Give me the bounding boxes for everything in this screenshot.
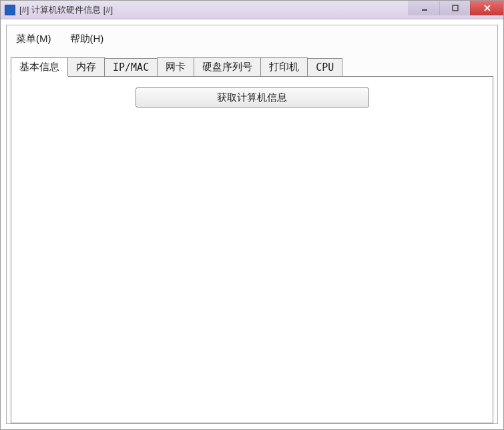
svg-rect-1 [453, 5, 458, 11]
menu-item-menu[interactable]: 菜单(M) [16, 33, 51, 45]
maximize-icon [451, 4, 459, 12]
tab-content-basic: 获取计算机信息 [11, 76, 493, 423]
window-controls [409, 1, 503, 15]
tab-memory[interactable]: 内存 [67, 57, 105, 77]
app-icon [5, 5, 15, 15]
tab-disk-serial[interactable]: 硬盘序列号 [194, 57, 261, 77]
tab-ip-mac[interactable]: IP/MAC [104, 58, 158, 77]
get-computer-info-button[interactable]: 获取计算机信息 [136, 87, 369, 108]
window-title: [#] 计算机软硬件信息 [#] [19, 4, 113, 16]
tab-printer[interactable]: 打印机 [260, 57, 308, 77]
tabs-container: 基本信息 内存 IP/MAC 网卡 硬盘序列号 打印机 CPU 获取计算机信息 [7, 57, 497, 423]
minimize-button[interactable] [409, 1, 439, 15]
menu-item-help[interactable]: 帮助(H) [70, 33, 104, 45]
tab-cpu[interactable]: CPU [307, 58, 342, 77]
tab-basic-info[interactable]: 基本信息 [11, 57, 68, 77]
svg-rect-0 [422, 9, 427, 11]
minimize-icon [421, 4, 429, 12]
app-window: [#] 计算机软硬件信息 [#] 菜单(M) 帮助(H) 基本信息 内存 [0, 0, 504, 430]
tabs-row: 基本信息 内存 IP/MAC 网卡 硬盘序列号 打印机 CPU [11, 57, 493, 77]
menubar: 菜单(M) 帮助(H) [7, 28, 497, 49]
content-wrapper: 菜单(M) 帮助(H) 基本信息 内存 IP/MAC 网卡 硬盘序列号 打印机 … [1, 19, 503, 429]
titlebar[interactable]: [#] 计算机软硬件信息 [#] [1, 1, 503, 19]
close-button[interactable] [470, 1, 503, 15]
close-icon [483, 4, 491, 12]
tab-nic[interactable]: 网卡 [157, 57, 194, 77]
maximize-button[interactable] [439, 1, 470, 15]
inner-frame: 菜单(M) 帮助(H) 基本信息 内存 IP/MAC 网卡 硬盘序列号 打印机 … [6, 25, 498, 424]
